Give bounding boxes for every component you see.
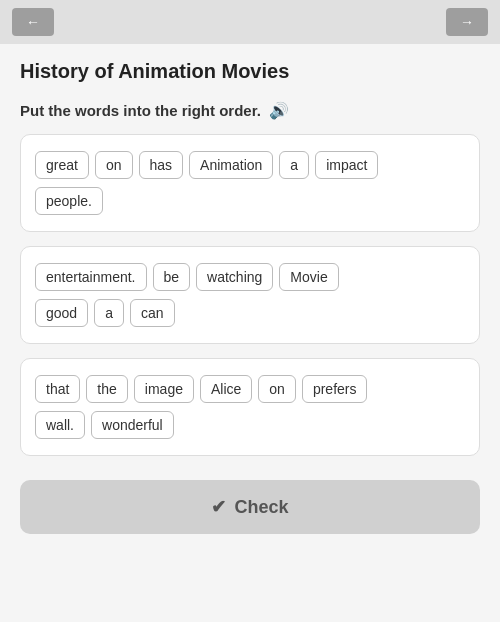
word-chip[interactable]: wonderful [91,411,174,439]
word-chip[interactable]: on [258,375,296,403]
word-chip[interactable]: Animation [189,151,273,179]
word-chip[interactable]: that [35,375,80,403]
word-row-3-2: wall.wonderful [35,411,465,439]
page-content: History of Animation Movies Put the word… [0,44,500,622]
check-label: Check [234,497,288,518]
word-chip[interactable]: can [130,299,175,327]
word-chip[interactable]: a [279,151,309,179]
instruction-row: Put the words into the right order. 🔊 [20,101,480,120]
word-chip[interactable]: the [86,375,127,403]
word-row-2-1: entertainment.bewatchingMovie [35,263,465,291]
back-button[interactable]: ← [12,8,54,36]
word-groups-container: greatonhasAnimationaimpactpeople.enterta… [20,134,480,456]
word-chip[interactable]: watching [196,263,273,291]
word-group-3: thattheimageAliceonpreferswall.wonderful [20,358,480,456]
word-chip[interactable]: prefers [302,375,368,403]
word-chip[interactable]: great [35,151,89,179]
word-chip[interactable]: on [95,151,133,179]
instruction-text: Put the words into the right order. [20,102,261,119]
page-title: History of Animation Movies [20,60,480,83]
word-group-2: entertainment.bewatchingMoviegoodacan [20,246,480,344]
audio-icon[interactable]: 🔊 [269,101,289,120]
word-chip[interactable]: Alice [200,375,252,403]
header-bar: ← → [0,0,500,44]
word-chip[interactable]: entertainment. [35,263,147,291]
word-chip[interactable]: good [35,299,88,327]
word-chip[interactable]: wall. [35,411,85,439]
word-chip[interactable]: image [134,375,194,403]
word-group-1: greatonhasAnimationaimpactpeople. [20,134,480,232]
word-row-3-1: thattheimageAliceonprefers [35,375,465,403]
word-chip[interactable]: a [94,299,124,327]
word-row-1-2: people. [35,187,465,215]
forward-button[interactable]: → [446,8,488,36]
word-row-2-2: goodacan [35,299,465,327]
word-row-1-1: greatonhasAnimationaimpact [35,151,465,179]
word-chip[interactable]: Movie [279,263,338,291]
word-chip[interactable]: impact [315,151,378,179]
word-chip[interactable]: people. [35,187,103,215]
check-button[interactable]: ✔ Check [20,480,480,534]
check-icon: ✔ [211,496,226,518]
word-chip[interactable]: be [153,263,191,291]
word-chip[interactable]: has [139,151,184,179]
